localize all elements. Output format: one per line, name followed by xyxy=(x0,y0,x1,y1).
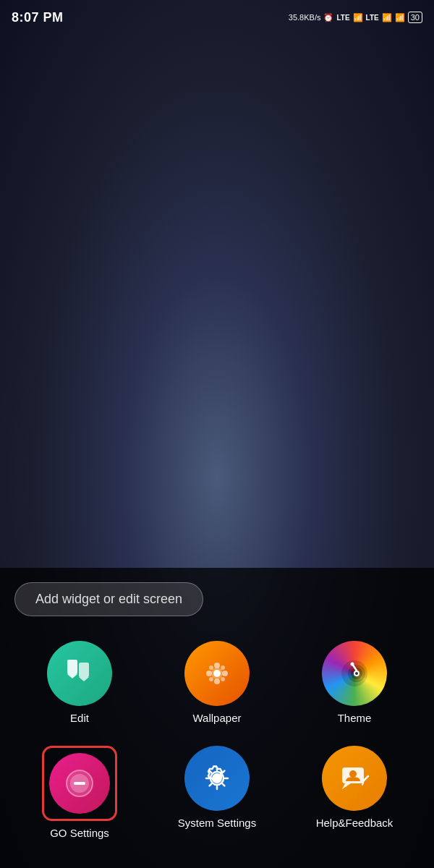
go-settings-icon xyxy=(49,753,110,814)
svg-point-8 xyxy=(222,671,228,676)
app-grid: Edit Wallpaper xyxy=(7,634,427,846)
go-settings-highlight xyxy=(42,746,117,821)
app-item-edit[interactable]: Edit xyxy=(14,634,145,731)
signal-bars-1: 📶 xyxy=(353,13,363,22)
theme-icon xyxy=(322,641,387,706)
bottom-overlay: Add widget or edit screen Edit xyxy=(0,568,434,868)
svg-point-12 xyxy=(221,677,225,681)
app-item-wallpaper[interactable]: Wallpaper xyxy=(152,634,282,731)
svg-line-30 xyxy=(364,776,368,780)
edit-icon xyxy=(47,641,112,706)
svg-rect-0 xyxy=(67,660,77,674)
system-settings-icon xyxy=(184,746,250,811)
battery-level: 30 xyxy=(408,12,422,23)
svg-rect-23 xyxy=(74,782,85,785)
wifi-icon: 📶 xyxy=(395,13,405,22)
svg-point-18 xyxy=(355,672,358,675)
signal-bars-2: 📶 xyxy=(382,13,392,22)
network-speed: 35.8KB/s xyxy=(289,13,321,22)
go-settings-label: GO Settings xyxy=(50,827,109,839)
svg-point-20 xyxy=(351,663,354,666)
help-feedback-label: Help&Feedback xyxy=(316,817,393,829)
add-widget-label: Add widget or edit screen xyxy=(35,592,182,606)
help-feedback-icon-svg xyxy=(336,760,373,796)
add-widget-button[interactable]: Add widget or edit screen xyxy=(14,582,203,616)
svg-point-26 xyxy=(214,775,220,781)
wallpaper-icon xyxy=(184,641,250,706)
edit-label: Edit xyxy=(70,712,89,724)
app-item-system-settings[interactable]: System Settings xyxy=(152,739,282,846)
svg-marker-1 xyxy=(67,674,77,678)
svg-marker-28 xyxy=(342,783,351,789)
status-time: 8:07 PM xyxy=(12,10,64,25)
app-item-go-settings[interactable]: GO Settings xyxy=(14,739,145,846)
status-bar: 8:07 PM 35.8KB/s ⏰ LTE 📶 LTE 📶 📶 30 xyxy=(0,0,434,32)
app-item-theme[interactable]: Theme xyxy=(289,634,420,731)
theme-label: Theme xyxy=(338,712,372,724)
lte-icon-2: LTE xyxy=(366,14,379,22)
alarm-icon: ⏰ xyxy=(323,13,333,22)
svg-point-10 xyxy=(221,665,225,670)
svg-point-9 xyxy=(209,665,213,670)
edit-icon-svg xyxy=(61,655,98,692)
svg-rect-2 xyxy=(79,663,89,677)
go-settings-icon-svg xyxy=(61,765,98,801)
system-settings-label: System Settings xyxy=(178,817,256,829)
svg-point-11 xyxy=(209,677,213,681)
lte-icon-1: LTE xyxy=(336,14,349,22)
wallpaper-icon-svg xyxy=(199,655,235,692)
svg-point-5 xyxy=(214,663,220,668)
theme-icon-svg xyxy=(336,655,373,692)
svg-marker-3 xyxy=(79,677,89,681)
svg-point-6 xyxy=(214,678,220,684)
help-feedback-icon xyxy=(322,746,387,811)
system-settings-icon-svg xyxy=(199,760,235,796)
svg-point-13 xyxy=(213,670,221,677)
svg-point-7 xyxy=(206,671,212,676)
status-icons: 35.8KB/s ⏰ LTE 📶 LTE 📶 📶 30 xyxy=(289,12,422,23)
wallpaper-label: Wallpaper xyxy=(193,712,242,724)
app-item-help-feedback[interactable]: Help&Feedback xyxy=(289,739,420,846)
svg-point-29 xyxy=(349,770,357,778)
